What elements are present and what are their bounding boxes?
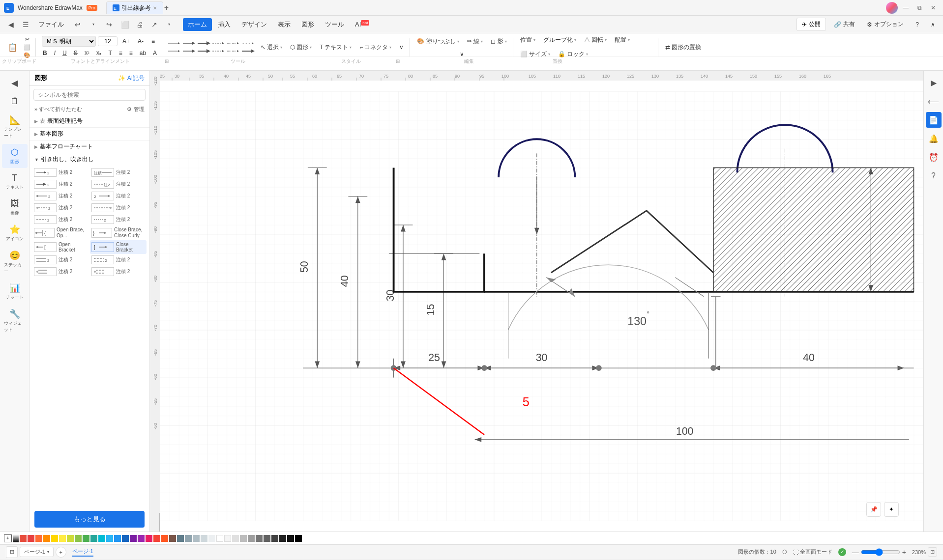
color-yellow2[interactable] (59, 535, 66, 542)
font-family-select[interactable]: ＭＳ 明朝 (42, 36, 96, 47)
back-nav-btn[interactable]: ◀ (4, 18, 18, 31)
color-blue[interactable] (114, 535, 121, 542)
menu-insert[interactable]: 挿入 (213, 18, 236, 31)
open-bracket-shape[interactable]: [ Open Bracket (32, 240, 89, 254)
toolbar-expand-btn[interactable]: ∨ (396, 42, 407, 53)
menu-shapes[interactable]: 図形 (296, 18, 319, 31)
shadow-btn[interactable]: ◻ 影 ▾ (488, 35, 509, 48)
font-size-input[interactable] (98, 36, 118, 46)
section-callout-header[interactable]: ▼ 引き出し、吹き出し (29, 153, 149, 166)
color-near-black[interactable] (279, 535, 286, 542)
menu-design[interactable]: デザイン (236, 18, 272, 31)
callout-shape-9[interactable]: 2 注積 2 (32, 214, 89, 225)
callout-shape-20[interactable]: 注積 2 (90, 266, 147, 278)
line-btn[interactable]: ✏ 線 ▾ (464, 35, 486, 48)
color-green[interactable] (83, 535, 89, 542)
callout-shape-3[interactable]: 2 注積 2 (32, 178, 89, 190)
custom-color-btn[interactable]: + (4, 534, 12, 542)
sidebar-tool-image[interactable]: 🖼 画像 (2, 196, 28, 219)
color-red[interactable] (20, 535, 27, 542)
cut-btn[interactable]: ✂ (22, 36, 32, 43)
color-grey9[interactable] (271, 535, 278, 542)
menu-undo-dd[interactable]: ▾ (87, 18, 100, 31)
sidebar-tool-chart[interactable]: 📊 チャート (2, 280, 28, 304)
color-off-white[interactable] (224, 535, 231, 542)
section-surface-header[interactable]: ▶ 表 表面処理記号 (29, 115, 149, 127)
menu-redo-btn[interactable]: ↪ (101, 19, 117, 30)
paste-btn[interactable]: 📋 (5, 41, 21, 54)
menu-file[interactable]: ファイル (33, 18, 69, 31)
color-grey6[interactable] (248, 535, 255, 542)
color-red3[interactable] (153, 535, 160, 542)
color-light-grey2[interactable] (232, 535, 239, 542)
gradient-swatch[interactable] (13, 534, 19, 542)
style-expand-icon[interactable]: ⊞ (395, 58, 400, 64)
page-grid-btn[interactable]: ⊞ (6, 546, 18, 558)
pan-tool-btn[interactable]: ⟵ (926, 93, 942, 109)
callout-shape-4[interactable]: 注2 注積 2 (90, 178, 147, 190)
sidebar-tool-widget[interactable]: 🔧 ウィジェット (2, 306, 28, 336)
sidebar-tool-shapes[interactable]: ⬡ 図形 (2, 144, 28, 168)
sidebar-tool-text[interactable]: T テキスト (2, 170, 28, 194)
close-btn[interactable]: ✕ (927, 2, 939, 14)
pin-canvas-btn[interactable]: 📌 (866, 502, 881, 517)
share-btn[interactable]: 🔗 共有 (830, 18, 859, 30)
color-grey2[interactable] (193, 535, 200, 542)
position-btn[interactable]: 位置 ▾ (517, 34, 538, 46)
replace-shape-btn[interactable]: ⇄ 図形の置換 (662, 41, 704, 54)
minimize-btn[interactable]: — (900, 2, 912, 14)
close-bracket-shape[interactable]: ] Close Bracket (90, 240, 147, 254)
group-btn[interactable]: グループ化 ▾ (540, 34, 579, 46)
fit-page-btn[interactable]: ⊡ (928, 547, 937, 557)
notification-btn[interactable]: 🔔 (926, 131, 942, 146)
color-grey5[interactable] (240, 535, 247, 542)
callout-shape-19[interactable]: 注積 2 (32, 266, 89, 278)
ai-symbol-btn[interactable]: ✨ AI記号 (118, 74, 145, 83)
color-red2[interactable] (28, 535, 34, 542)
sidebar-tool-sticker[interactable]: 😊 ステッカー (2, 247, 28, 278)
sidebar-tool-page[interactable]: 🗒 (2, 93, 28, 110)
history-btn[interactable]: ⏰ (926, 149, 942, 165)
sidebar-tool-icon[interactable]: ⭐ アイコン (2, 221, 28, 245)
callout-shape-17[interactable]: 2 注積 2 (32, 254, 89, 266)
color-grey8[interactable] (264, 535, 270, 542)
color-grey7[interactable] (256, 535, 263, 542)
menu-undo-btn[interactable]: ↩ (70, 19, 86, 30)
color-brown[interactable] (169, 535, 176, 542)
shape-tool-btn[interactable]: ⬡ 図形 ▾ (287, 41, 315, 54)
callout-shape-2[interactable]: 注積 注積 2 (90, 167, 147, 178)
color-grey3[interactable] (201, 535, 207, 542)
fullscreen-btn[interactable]: ⛶ 全画面モード (793, 548, 832, 556)
color-yellow[interactable] (51, 535, 58, 542)
color-cyan[interactable] (98, 535, 105, 542)
options-btn[interactable]: ⚙ オプション (863, 18, 908, 30)
color-black2[interactable] (287, 535, 294, 542)
export-btn[interactable]: ↗ (147, 18, 161, 31)
fill-btn[interactable]: 🎨 塗りつぶし ▾ (414, 35, 462, 48)
callout-shape-18[interactable]: 2 注積 2 (90, 254, 147, 266)
connector-tool-btn[interactable]: ⌐ コネクタ ▾ (356, 41, 394, 54)
active-tab[interactable]: E 引出線参考 ✕ (106, 1, 163, 14)
color-pink[interactable] (146, 535, 152, 542)
color-blue-grey[interactable] (177, 535, 184, 542)
color-teal[interactable] (90, 535, 97, 542)
rotate-btn[interactable]: △ 回転 ▾ (581, 34, 610, 46)
section-basic-header[interactable]: ▶ 基本図形 (29, 128, 149, 140)
callout-shape-10[interactable]: 2 注積 2 (90, 214, 147, 225)
font-size-decrease-btn[interactable]: A- (135, 36, 147, 47)
clipboard-btn[interactable]: ⬜ (118, 18, 132, 31)
color-black[interactable] (295, 535, 302, 542)
more-shapes-btn[interactable]: もっと見る (34, 511, 145, 528)
color-light-blue[interactable] (106, 535, 113, 542)
font-expand-icon[interactable]: ⊞ (164, 58, 169, 64)
canvas-area[interactable]: 25 30 35 40 45 50 55 60 65 70 75 80 85 9… (150, 71, 923, 532)
star-canvas-btn[interactable]: ✦ (884, 502, 899, 517)
page-1-tab[interactable]: ページ-1 ▾ (20, 547, 54, 557)
font-size-increase-btn[interactable]: A+ (119, 36, 133, 47)
zoom-plus-btn[interactable]: + (902, 548, 906, 556)
hamburger-menu-btn[interactable]: ☰ (19, 18, 32, 31)
help-right-btn[interactable]: ? (926, 168, 942, 184)
menu-view[interactable]: 表示 (273, 18, 295, 31)
zoom-minus-btn[interactable]: — (852, 548, 859, 556)
collapse-btn[interactable]: ∧ (927, 19, 939, 30)
